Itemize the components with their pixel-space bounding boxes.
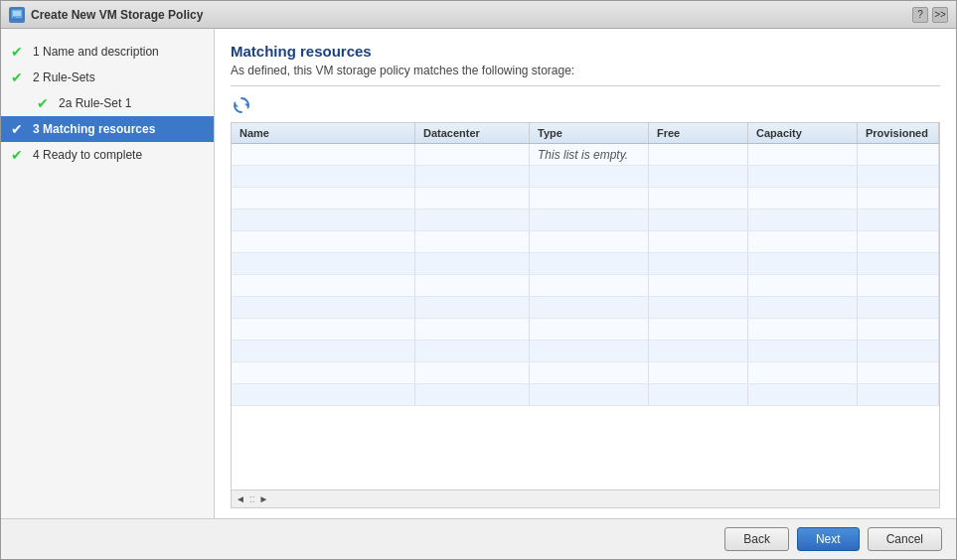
table-row: This list is empty. (232, 144, 939, 166)
table-row (232, 166, 939, 188)
table-row (232, 341, 939, 362)
cell-datacenter-0 (415, 144, 530, 165)
title-bar: Create New VM Storage Policy ? >> (1, 1, 956, 29)
sidebar-item-ready-to-complete[interactable]: ✔ 4 Ready to complete (1, 142, 214, 168)
separator (231, 85, 940, 86)
panel-subtitle: As defined, this VM storage policy match… (231, 64, 940, 77)
right-panel: Matching resources As defined, this VM s… (215, 29, 956, 518)
cell-name-0 (232, 144, 415, 165)
col-header-name: Name (232, 123, 415, 143)
cell-capacity-0 (748, 144, 858, 165)
empty-message: This list is empty. (538, 148, 628, 162)
sidebar-item-matching-resources[interactable]: ✔ 3 Matching resources (1, 116, 214, 142)
back-button[interactable]: Back (724, 527, 789, 551)
cell-free-0 (649, 144, 748, 165)
sidebar-step-2: 2 Rule-Sets (33, 70, 95, 84)
window-icon (9, 7, 25, 23)
table-row (232, 362, 939, 384)
cancel-button[interactable]: Cancel (868, 527, 942, 551)
col-header-capacity: Capacity (748, 123, 858, 143)
panel-title: Matching resources (231, 43, 940, 60)
sidebar-step-4: 4 Ready to complete (33, 148, 142, 162)
sidebar-item-rule-set-1[interactable]: ✔ 2a Rule-Set 1 (1, 90, 214, 116)
table-container: Name Datacenter Type Free Capacity Provi… (231, 122, 940, 508)
table-footer: ◄ :: ► (232, 490, 939, 507)
table-row (232, 275, 939, 297)
check-icon-2: ✔ (11, 70, 27, 85)
sidebar-step-2a: 2a Rule-Set 1 (59, 96, 131, 110)
cell-type-0: This list is empty. (530, 144, 649, 165)
sidebar-step-1: 1 Name and description (33, 45, 159, 59)
table-row (232, 297, 939, 319)
table-row (232, 188, 939, 210)
sidebar-item-rule-sets[interactable]: ✔ 2 Rule-Sets (1, 65, 214, 90)
table-body: This list is empty. (232, 144, 939, 490)
check-icon-1: ✔ (11, 44, 27, 60)
col-header-free: Free (649, 123, 748, 143)
help-button[interactable]: ? (912, 7, 928, 23)
check-icon-3: ✔ (11, 121, 27, 137)
next-button[interactable]: Next (797, 527, 860, 551)
sidebar-item-name-description[interactable]: ✔ 1 Name and description (1, 39, 214, 65)
scroll-handle: :: (249, 493, 255, 504)
table-row (232, 253, 939, 275)
cell-provisioned-0 (858, 144, 939, 165)
table-row (232, 231, 939, 253)
svg-rect-2 (13, 17, 16, 19)
main-content: ✔ 1 Name and description ✔ 2 Rule-Sets ✔… (1, 29, 956, 518)
svg-rect-1 (13, 11, 21, 16)
table-row (232, 319, 939, 341)
col-header-type: Type (530, 123, 649, 143)
check-icon-2a: ✔ (37, 95, 53, 111)
expand-button[interactable]: >> (932, 7, 948, 23)
check-icon-4: ✔ (11, 147, 27, 163)
refresh-button[interactable] (231, 94, 252, 116)
bottom-bar: Back Next Cancel (1, 518, 956, 559)
table-row (232, 210, 939, 231)
col-header-provisioned: Provisioned (858, 123, 939, 143)
scroll-left-btn[interactable]: ◄ (236, 493, 245, 504)
table-header: Name Datacenter Type Free Capacity Provi… (232, 123, 939, 144)
table-row (232, 384, 939, 406)
main-window: Create New VM Storage Policy ? >> ✔ 1 Na… (0, 0, 957, 560)
title-controls: ? >> (912, 7, 948, 23)
scroll-right-btn[interactable]: ► (258, 493, 268, 504)
col-header-datacenter: Datacenter (415, 123, 530, 143)
window-title: Create New VM Storage Policy (31, 8, 906, 22)
sidebar-step-3: 3 Matching resources (33, 122, 155, 136)
sidebar: ✔ 1 Name and description ✔ 2 Rule-Sets ✔… (1, 29, 215, 518)
